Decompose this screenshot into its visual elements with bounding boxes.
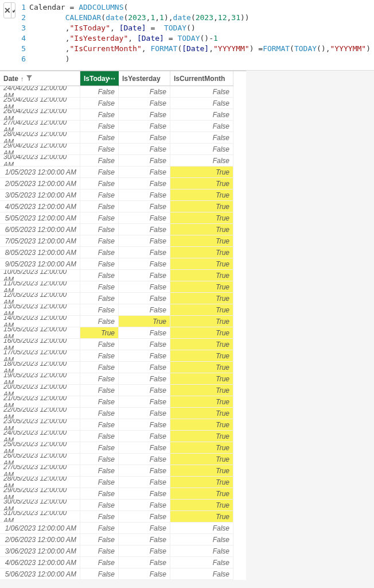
cell-date: 21/05/2023 12:00:00 AM [0,396,80,408]
cell-date: 30/04/2023 12:00:00 AM [0,155,80,167]
column-header-iscurrentmonth[interactable]: IsCurrentMonth [170,71,233,86]
table-row[interactable]: 24/05/2023 12:00:00 AMFalseFalseTrue [0,431,246,442]
cell-date: 1/06/2023 12:00:00 AM [0,523,80,534]
table-row[interactable]: 3/05/2023 12:00:00 AMFalseFalseTrue [0,189,246,201]
table-row[interactable]: 27/05/2023 12:00:00 AMFalseFalseTrue [0,465,246,477]
table-row[interactable]: 16/05/2023 12:00:00 AMFalseFalseTrue [0,339,246,350]
table-row[interactable]: 8/05/2023 12:00:00 AMFalseFalseTrue [0,247,246,258]
table-row[interactable]: 28/05/2023 12:00:00 AMFalseFalseTrue [0,477,246,488]
cell-iscurrentmonth: True [170,281,233,293]
table-row[interactable]: 21/05/2023 12:00:00 AMFalseFalseTrue [0,396,246,408]
cell-date: 17/05/2023 12:00:00 AM [0,350,80,362]
cell-isyesterday: False [119,167,170,178]
table-row[interactable]: 12/05/2023 12:00:00 AMFalseFalseTrue [0,293,246,304]
more-icon[interactable]: ⋯ [108,75,116,83]
code-line[interactable]: ,"IsCurrentMonth", FORMAT([Date],"YYYYMM… [29,44,371,54]
column-header-isyesterday[interactable]: IsYesterday [119,71,170,86]
table-row[interactable]: 2/06/2023 12:00:00 AMFalseFalseFalse [0,534,246,546]
column-header-istoday[interactable]: IsToday ⋯ [80,71,119,86]
code-token: 2023 [196,13,213,22]
table-row[interactable]: 5/05/2023 12:00:00 AMFalseFalseTrue [0,212,246,224]
table-row[interactable]: 4/05/2023 12:00:00 AMFalseFalseTrue [0,201,246,212]
dax-editor[interactable]: 123456 Calendar = ADDCOLUMNS( CALENDAR(d… [21,2,371,64]
code-token: )) [240,13,250,22]
table-row[interactable]: 7/05/2023 12:00:00 AMFalseFalseTrue [0,235,246,247]
cell-iscurrentmonth: True [170,247,233,258]
cell-iscurrentmonth: False [170,144,233,155]
table-row[interactable]: 2/05/2023 12:00:00 AMFalseFalseTrue [0,178,246,189]
table-row[interactable]: 23/05/2023 12:00:00 AMFalseFalseTrue [0,419,246,431]
line-number: 6 [21,54,26,64]
table-row[interactable]: 11/05/2023 12:00:00 AMFalseFalseTrue [0,281,246,293]
table-row[interactable]: 4/06/2023 12:00:00 AMFalseFalseFalse [0,557,246,568]
cell-date: 2/05/2023 12:00:00 AM [0,178,80,189]
code-token: () [186,24,196,32]
table-row[interactable]: 26/05/2023 12:00:00 AMFalseFalseTrue [0,454,246,465]
table-row[interactable]: 27/04/2023 12:00:00 AMFalseFalseFalse [0,121,246,132]
code-line[interactable]: ) [29,54,371,64]
code-token: ( [123,3,128,11]
code-token: , [128,34,137,42]
table-row[interactable]: 5/06/2023 12:00:00 AMFalseFalseFalse [0,568,246,580]
cell-istoday: False [80,523,119,534]
cell-isyesterday: False [119,431,170,442]
code-line[interactable]: ,"IsToday", [Date] = TODAY() [29,23,371,33]
table-row[interactable]: 28/04/2023 12:00:00 AMFalseFalseFalse [0,132,246,144]
cell-iscurrentmonth: True [170,316,233,327]
cell-date: 14/05/2023 12:00:00 AM [0,316,80,327]
table-row[interactable]: 29/04/2023 12:00:00 AMFalseFalseFalse [0,144,246,155]
cancel-button[interactable]: ✕ [4,3,11,18]
code-token: ADDCOLUMNS [79,3,123,11]
code-lines[interactable]: Calendar = ADDCOLUMNS( CALENDAR(date(202… [29,2,371,64]
cell-istoday: False [80,293,119,304]
cell-date: 8/05/2023 12:00:00 AM [0,247,80,258]
table-header-row: Date ↑ IsToday ⋯ IsYesterday IsCurrentMo… [0,71,246,86]
cell-date: 29/04/2023 12:00:00 AM [0,144,80,155]
table-row[interactable]: 15/05/2023 12:00:00 AMTrueFalseTrue [0,327,246,339]
table-row[interactable]: 10/05/2023 12:00:00 AMFalseFalseTrue [0,270,246,281]
table-row[interactable]: 29/05/2023 12:00:00 AMFalseFalseTrue [0,488,246,500]
table-row[interactable]: 30/04/2023 12:00:00 AMFalseFalseFalse [0,155,246,167]
cell-istoday: False [80,488,119,500]
table-row[interactable]: 22/05/2023 12:00:00 AMFalseFalseTrue [0,408,246,419]
table-row[interactable]: 25/05/2023 12:00:00 AMFalseFalseTrue [0,442,246,454]
table-row[interactable]: 17/05/2023 12:00:00 AMFalseFalseTrue [0,350,246,362]
cell-date: 28/05/2023 12:00:00 AM [0,477,80,488]
table-row[interactable]: 1/06/2023 12:00:00 AMFalseFalseFalse [0,523,246,534]
table-row[interactable]: 13/05/2023 12:00:00 AMFalseFalseTrue [0,304,246,316]
code-token: , [110,24,119,32]
cell-iscurrentmonth: True [170,327,233,339]
cell-iscurrentmonth: True [170,235,233,247]
cell-isyesterday: False [119,488,170,500]
code-line[interactable]: ,"IsYesterday", [Date] = TODAY()-1 [29,33,371,44]
column-header-label: IsCurrentMonth [174,75,225,83]
table-row[interactable]: 26/04/2023 12:00:00 AMFalseFalseFalse [0,109,246,121]
table-row[interactable]: 1/05/2023 12:00:00 AMFalseFalseTrue [0,167,246,178]
cell-iscurrentmonth: False [170,121,233,132]
cell-iscurrentmonth: True [170,465,233,477]
table-row[interactable]: 3/06/2023 12:00:00 AMFalseFalseFalse [0,546,246,557]
table-row[interactable]: 31/05/2023 12:00:00 AMFalseFalseTrue [0,511,246,523]
table-row[interactable]: 30/05/2023 12:00:00 AMFalseFalseTrue [0,500,246,511]
cell-date: 3/06/2023 12:00:00 AM [0,546,80,557]
table-row[interactable]: 9/05/2023 12:00:00 AMFalseFalseTrue [0,258,246,270]
table-row[interactable]: 25/04/2023 12:00:00 AMFalseFalseFalse [0,98,246,109]
code-line[interactable]: Calendar = ADDCOLUMNS( [29,2,371,13]
cell-iscurrentmonth: True [170,362,233,373]
table-row[interactable]: 14/05/2023 12:00:00 AMFalseTrueTrue [0,316,246,327]
table-row[interactable]: 19/05/2023 12:00:00 AMFalseFalseTrue [0,373,246,385]
cell-isyesterday: False [119,534,170,546]
code-line[interactable]: CALENDAR(date(2023,1,1),date(2023,12,31)… [29,13,371,23]
cell-istoday: False [80,258,119,270]
cell-isyesterday: False [119,408,170,419]
cell-istoday: False [80,144,119,155]
table-row[interactable]: 18/05/2023 12:00:00 AMFalseFalseTrue [0,362,246,373]
cell-isyesterday: False [119,385,170,396]
column-header-date[interactable]: Date ↑ [0,71,80,86]
commit-button[interactable]: ✓ [11,3,15,18]
table-row[interactable]: 20/05/2023 12:00:00 AMFalseFalseTrue [0,385,246,396]
table-row[interactable]: 6/05/2023 12:00:00 AMFalseFalseTrue [0,224,246,235]
cell-isyesterday: False [119,454,170,465]
table-row[interactable]: 24/04/2023 12:00:00 AMFalseFalseFalse [0,86,246,98]
cell-iscurrentmonth: False [170,155,233,167]
